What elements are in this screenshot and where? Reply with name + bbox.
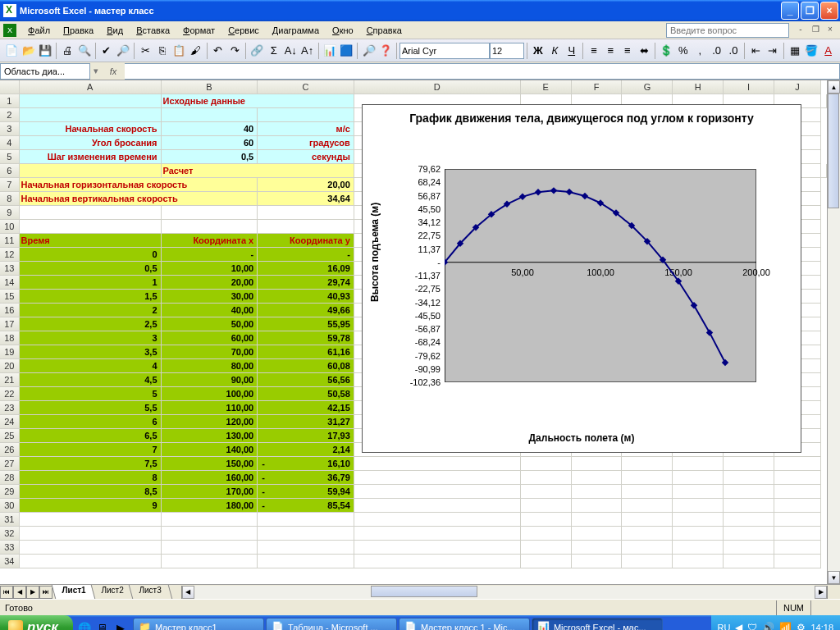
ie-icon[interactable]: 🌐 bbox=[76, 619, 93, 630]
tab-first-button[interactable]: ⏮ bbox=[0, 586, 13, 599]
mdi-minimize-button[interactable]: - bbox=[794, 25, 807, 36]
menu-Правка[interactable]: Правка bbox=[57, 24, 100, 37]
fill-color-icon[interactable]: 🪣 bbox=[804, 42, 819, 60]
menu-Файл[interactable]: Файл bbox=[21, 24, 57, 37]
spell-icon[interactable]: ✔ bbox=[99, 42, 114, 60]
align-center-icon[interactable]: ≡ bbox=[603, 42, 618, 60]
research-icon[interactable]: 🔎 bbox=[116, 42, 130, 60]
menu-Вид[interactable]: Вид bbox=[100, 24, 130, 37]
scroll-right-button[interactable]: ▶ bbox=[815, 586, 827, 599]
new-icon[interactable]: 📄 bbox=[4, 42, 19, 60]
format-painter-icon[interactable]: 🖌 bbox=[188, 42, 203, 60]
align-left-icon[interactable]: ≡ bbox=[587, 42, 601, 60]
sheet-tab-Лист1[interactable]: Лист1 bbox=[52, 585, 98, 599]
window-titlebar: Microsoft Excel - мастер класс _ ❐ × bbox=[0, 0, 840, 21]
svg-rect-7 bbox=[519, 194, 526, 200]
scroll-left-button[interactable]: ◀ bbox=[182, 586, 194, 599]
tab-prev-button[interactable]: ◀ bbox=[13, 586, 26, 599]
svg-rect-10 bbox=[566, 189, 573, 195]
menu-Формат[interactable]: Формат bbox=[176, 24, 221, 37]
tray-icon[interactable]: 🛡 bbox=[747, 622, 757, 630]
horizontal-scrollbar[interactable]: ◀ ▶ bbox=[181, 586, 827, 599]
percent-icon[interactable]: % bbox=[676, 42, 691, 60]
taskbar-task[interactable]: 📄Мастер класс 1 - Mic... bbox=[399, 618, 530, 630]
borders-icon[interactable]: ▦ bbox=[788, 42, 802, 60]
open-icon[interactable]: 📂 bbox=[21, 42, 35, 60]
sort-asc-icon[interactable]: A↓ bbox=[283, 42, 298, 60]
menu-Сервис[interactable]: Сервис bbox=[221, 24, 266, 37]
hyperlink-icon[interactable]: 🔗 bbox=[249, 42, 264, 60]
start-button[interactable]: пуск bbox=[0, 615, 73, 630]
sheet-tab-Лист3[interactable]: Лист3 bbox=[129, 585, 173, 599]
drawing-icon[interactable]: 🟦 bbox=[339, 42, 354, 60]
font-size-select[interactable] bbox=[490, 43, 524, 59]
tray-icon[interactable]: ⚙ bbox=[797, 622, 806, 630]
restore-button[interactable]: ❐ bbox=[801, 2, 819, 20]
taskbar-task[interactable]: 📊Microsoft Excel - мас... bbox=[532, 618, 663, 630]
embedded-chart[interactable]: График движения тела, движущегося под уг… bbox=[362, 104, 801, 453]
menu-Диаграмма[interactable]: Диаграмма bbox=[266, 24, 326, 37]
scroll-up-button[interactable]: ▲ bbox=[828, 80, 840, 94]
excel-icon[interactable]: X bbox=[3, 24, 16, 37]
merge-icon[interactable]: ⬌ bbox=[637, 42, 651, 60]
formula-input[interactable] bbox=[125, 63, 840, 80]
clock[interactable]: 14:18 bbox=[810, 623, 833, 630]
save-icon[interactable]: 💾 bbox=[38, 42, 52, 60]
preview-icon[interactable]: 🔍 bbox=[76, 42, 91, 60]
paste-icon[interactable]: 📋 bbox=[171, 42, 186, 60]
tray-icon[interactable]: ◀ bbox=[735, 622, 742, 630]
desktop-icon[interactable]: 🖥 bbox=[94, 619, 111, 630]
menu-Справка[interactable]: Справка bbox=[360, 24, 409, 37]
bold-button[interactable]: Ж bbox=[531, 42, 546, 60]
sort-desc-icon[interactable]: A↑ bbox=[299, 42, 314, 60]
ask-question-box[interactable] bbox=[666, 23, 789, 38]
tray-icon[interactable]: 📶 bbox=[779, 622, 792, 630]
align-right-icon[interactable]: ≡ bbox=[620, 42, 635, 60]
sum-icon[interactable]: Σ bbox=[267, 42, 281, 60]
y-tick: 11,37 bbox=[391, 244, 441, 254]
increase-indent-icon[interactable]: ⇥ bbox=[765, 42, 779, 60]
help-icon[interactable]: ❓ bbox=[378, 42, 393, 60]
currency-icon[interactable]: 💲 bbox=[659, 42, 673, 60]
tray-icon[interactable]: 🔊 bbox=[762, 622, 774, 630]
underline-button[interactable]: Ч bbox=[564, 42, 579, 60]
scroll-thumb[interactable] bbox=[828, 94, 839, 208]
tab-last-button[interactable]: ⏭ bbox=[39, 586, 52, 599]
chart-wizard-icon[interactable]: 📊 bbox=[322, 42, 337, 60]
scroll-down-button[interactable]: ▼ bbox=[828, 571, 840, 584]
mdi-restore-button[interactable]: ❐ bbox=[809, 25, 822, 36]
zoom-icon[interactable]: 🔎 bbox=[361, 42, 376, 60]
font-name-select[interactable] bbox=[399, 43, 490, 59]
decrease-indent-icon[interactable]: ⇤ bbox=[748, 42, 763, 60]
italic-button[interactable]: К bbox=[547, 42, 562, 60]
cut-icon[interactable]: ✂ bbox=[138, 42, 153, 60]
standard-toolbar: 📄 📂 💾 🖨 🔍 ✔ 🔎 ✂ ⎘ 📋 🖌 ↶ ↷ 🔗 Σ A↓ A↑ 📊 🟦 … bbox=[0, 39, 840, 62]
minimize-button[interactable]: _ bbox=[781, 2, 799, 20]
comma-icon[interactable]: , bbox=[692, 42, 707, 60]
increase-decimal-icon[interactable]: .0 bbox=[709, 42, 724, 60]
font-color-icon[interactable]: A bbox=[820, 42, 835, 60]
sheet-tab-bar: ⏮ ◀ ▶ ⏭ Лист1Лист2Лист3 ◀ ▶ bbox=[0, 584, 840, 599]
tab-next-button[interactable]: ▶ bbox=[26, 586, 39, 599]
redo-icon[interactable]: ↷ bbox=[227, 42, 242, 60]
y-tick: -102,36 bbox=[391, 377, 441, 387]
menu-Вставка[interactable]: Вставка bbox=[130, 24, 176, 37]
vertical-scrollbar[interactable]: ▲ ▼ bbox=[827, 80, 840, 584]
close-button[interactable]: × bbox=[820, 2, 838, 20]
lang-indicator[interactable]: RU bbox=[718, 623, 731, 630]
y-tick: 68,24 bbox=[391, 177, 441, 187]
y-tick: -68,24 bbox=[391, 337, 441, 347]
decrease-decimal-icon[interactable]: .0 bbox=[726, 42, 741, 60]
hscroll-thumb[interactable] bbox=[371, 586, 477, 597]
mdi-close-button[interactable]: × bbox=[824, 25, 837, 36]
system-tray[interactable]: RU ◀ 🛡 🔊 📶 ⚙ 14:18 bbox=[711, 615, 840, 630]
taskbar-task[interactable]: 📄Таблица - Microsoft ... bbox=[266, 618, 397, 630]
undo-icon[interactable]: ↶ bbox=[211, 42, 226, 60]
taskbar-task[interactable]: 📁Мастер класс1 bbox=[133, 618, 264, 630]
print-icon[interactable]: 🖨 bbox=[60, 42, 75, 60]
copy-icon[interactable]: ⎘ bbox=[155, 42, 170, 60]
menu-Окно[interactable]: Окно bbox=[326, 24, 360, 37]
media-icon[interactable]: ▶ bbox=[112, 619, 129, 630]
name-box[interactable] bbox=[0, 63, 90, 80]
fx-icon[interactable]: fx bbox=[105, 63, 121, 80]
